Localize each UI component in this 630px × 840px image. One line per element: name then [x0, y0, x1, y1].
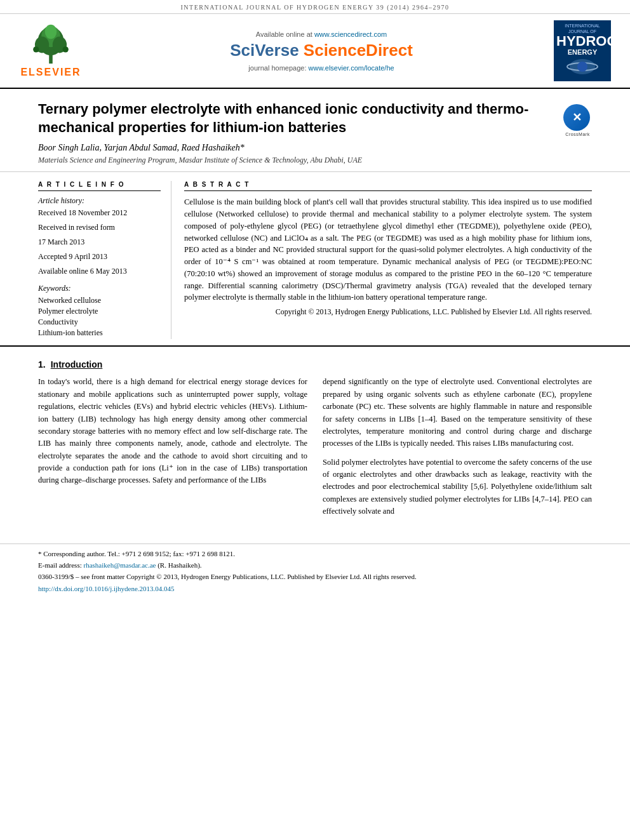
- elsevier-tree-icon: [22, 23, 79, 65]
- article-info-panel: A R T I C L E I N F O Article history: R…: [38, 181, 171, 339]
- history-label: Article history:: [38, 196, 161, 206]
- crossmark-badge[interactable]: ✕ CrossMark: [563, 104, 592, 137]
- sciverse-center-logo: Available online at www.sciencedirect.co…: [89, 30, 554, 72]
- body-right-column: depend significantly on the type of elec…: [323, 376, 592, 524]
- keywords-label: Keywords:: [38, 284, 161, 293]
- crossmark-label: CrossMark: [563, 132, 592, 137]
- two-column-body: In today's world, there is a high demand…: [38, 376, 592, 524]
- crossmark-circle: ✕: [563, 104, 590, 131]
- abstract-text: Cellulose is the main building block of …: [184, 196, 592, 303]
- elsevier-brand-name: ELSEVIER: [20, 67, 81, 78]
- intro-left-text: In today's world, there is a high demand…: [38, 376, 307, 486]
- intro-section-title: 1. Introduction: [38, 359, 592, 370]
- hydrogen-energy-logo: INTERNATIONAL JOURNAL OF HYDROGEN ENERGY: [554, 20, 617, 81]
- keywords-section: Keywords: Networked cellulose Polymer el…: [38, 284, 161, 338]
- sciverse-word: SciVerse: [230, 41, 304, 60]
- sciencedirect-word: ScienceDirect: [304, 41, 413, 60]
- hydrogen-box: INTERNATIONAL JOURNAL OF HYDROGEN ENERGY: [554, 20, 611, 81]
- sciverse-url-link[interactable]: www.sciencedirect.com: [314, 30, 387, 38]
- section-name: Introduction: [51, 359, 103, 370]
- journal-homepage-text: journal homepage: www.elsevier.com/locat…: [89, 64, 554, 72]
- crossmark-x-icon: ✕: [572, 110, 582, 124]
- intro-right-text-1: depend significantly on the type of elec…: [323, 376, 592, 450]
- available-online-date: Available online 6 May 2013: [38, 267, 161, 276]
- elsevier-logo: ELSEVIER: [13, 23, 89, 78]
- affiliation: Materials Science and Engineering Progra…: [38, 156, 592, 165]
- doi-link[interactable]: http://dx.doi.org/10.1016/j.ijhydene.201…: [38, 585, 175, 592]
- abstract-section: A B S T R A C T Cellulose is the main bu…: [184, 181, 592, 339]
- keyword-3: Conductivity: [38, 317, 161, 327]
- section-number: 1.: [38, 359, 46, 370]
- corresponding-author-note: * Corresponding author. Tel.: +971 2 698…: [38, 549, 592, 559]
- title-section: Ternary polymer electrolyte with enhance…: [0, 89, 630, 172]
- keyword-4: Lithium-ion batteries: [38, 328, 161, 338]
- available-online-text: Available online at www.sciencedirect.co…: [89, 30, 554, 38]
- info-abstract-columns: A R T I C L E I N F O Article history: R…: [0, 172, 630, 347]
- revised-date: 17 March 2013: [38, 237, 161, 247]
- svg-point-10: [577, 62, 587, 72]
- journal-homepage-link[interactable]: www.elsevier.com/locate/he: [309, 64, 394, 72]
- sciverse-title: SciVerse ScienceDirect: [89, 41, 554, 60]
- intro-right-text-2: Solid polymer electrolytes have potentia…: [323, 457, 592, 518]
- svg-point-5: [45, 25, 57, 39]
- issn-line: 0360-3199/$ – see front matter Copyright…: [38, 572, 592, 582]
- article-info-heading: A R T I C L E I N F O: [38, 181, 161, 191]
- received-date: Received 18 November 2012: [38, 208, 161, 218]
- svg-point-7: [63, 46, 69, 52]
- main-body: 1. Introduction In today's world, there …: [0, 347, 630, 537]
- journal-header-bar: INTERNATIONAL JOURNAL OF HYDROGEN ENERGY…: [0, 0, 630, 14]
- authors: Boor Singh Lalia, Yarjan Abdul Samad, Ra…: [38, 143, 592, 153]
- doi-line: http://dx.doi.org/10.1016/j.ijhydene.201…: [38, 584, 592, 594]
- accepted-date: Accepted 9 April 2013: [38, 252, 161, 262]
- hydrogen-energy-text: ENERGY: [556, 48, 608, 56]
- copyright-text: Copyright © 2013, Hydrogen Energy Public…: [184, 307, 592, 317]
- planet-icon: [566, 57, 598, 76]
- revised-label: Received in revised form: [38, 223, 161, 232]
- email-footnote: E-mail address: rhashaikeh@masdar.ac.ae …: [38, 561, 592, 570]
- article-title: Ternary polymer electrolyte with enhance…: [38, 100, 551, 137]
- svg-point-6: [33, 46, 39, 52]
- keyword-1: Networked cellulose: [38, 296, 161, 305]
- author-email-link[interactable]: rhashaikeh@masdar.ac.ae: [83, 561, 156, 569]
- hydrogen-h2-text: HYDROGEN: [556, 34, 608, 48]
- abstract-heading: A B S T R A C T: [184, 181, 592, 191]
- journal-title-text: INTERNATIONAL JOURNAL OF HYDROGEN ENERGY…: [180, 4, 449, 11]
- footer-section: * Corresponding author. Tel.: +971 2 698…: [0, 543, 630, 600]
- keyword-2: Polymer electrolyte: [38, 307, 161, 316]
- title-crossmark-row: Ternary polymer electrolyte with enhance…: [38, 100, 592, 137]
- body-left-column: In today's world, there is a high demand…: [38, 376, 307, 524]
- top-logos-row: ELSEVIER Available online at www.science…: [0, 14, 630, 89]
